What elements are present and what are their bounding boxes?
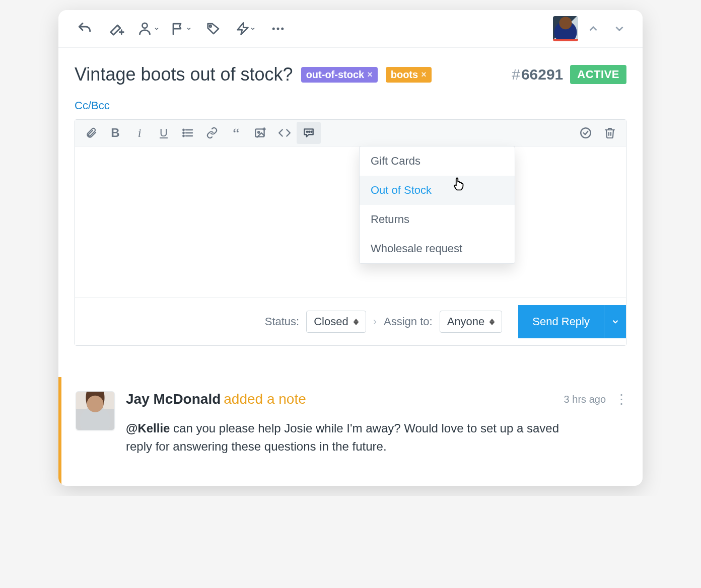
svg-point-15	[309, 131, 310, 132]
lightning-icon	[236, 22, 250, 36]
note-options-button[interactable]: ⋮	[615, 392, 626, 407]
remove-tag-icon[interactable]: ×	[421, 69, 427, 80]
check-circle-icon	[579, 126, 592, 139]
ticket-header: Vintage boots out of stock? out-of-stock…	[58, 48, 643, 89]
saved-reply-option[interactable]: Out of Stock	[360, 176, 515, 205]
image-button[interactable]	[248, 122, 272, 144]
svg-point-16	[311, 131, 312, 132]
svg-marker-2	[238, 23, 248, 34]
note-body: @Kellie can you please help Josie while …	[126, 419, 564, 456]
caret-icon	[489, 319, 495, 325]
back-button[interactable]	[71, 17, 99, 41]
svg-point-4	[277, 28, 279, 30]
paperclip-icon	[85, 127, 97, 139]
compose-textarea[interactable]	[75, 146, 626, 298]
prev-ticket-button[interactable]	[582, 22, 604, 35]
tag-icon	[206, 21, 221, 36]
chevron-down-icon	[154, 26, 160, 32]
note-thread-item: Jay McDonald added a note 3 hrs ago ⋮ @K…	[58, 377, 643, 486]
assign-user-button[interactable]	[135, 17, 163, 41]
svg-point-14	[307, 131, 308, 132]
note-action-label: added a note	[224, 391, 306, 407]
note-header: Jay McDonald added a note 3 hrs ago ⋮	[126, 391, 626, 407]
saved-replies-button[interactable]	[297, 122, 321, 144]
user-icon	[138, 21, 154, 36]
link-button[interactable]	[200, 122, 224, 144]
undo-arrow-icon	[77, 21, 93, 37]
assign-label: Assign to:	[384, 315, 433, 328]
app-window: Vintage boots out of stock? out-of-stock…	[58, 10, 643, 486]
compose-footer: Status: Closed › Assign to: Anyone Send …	[75, 298, 626, 345]
quote-icon: “	[233, 129, 239, 137]
workflow-button[interactable]	[232, 17, 260, 41]
svg-point-5	[281, 28, 284, 30]
chevron-down-icon	[611, 317, 620, 326]
remove-tag-icon[interactable]: ×	[367, 69, 373, 80]
bold-button[interactable]: B	[103, 122, 127, 144]
tag-button[interactable]	[199, 17, 228, 41]
mention[interactable]: @Kellie	[126, 421, 170, 435]
cc-bcc-link[interactable]: Cc/Bcc	[58, 89, 643, 115]
list-button[interactable]	[176, 122, 200, 144]
svg-point-11	[183, 135, 184, 136]
top-toolbar	[58, 10, 643, 48]
chevron-down-icon	[250, 26, 256, 32]
code-icon	[278, 126, 291, 139]
underline-icon: U	[160, 126, 168, 139]
svg-point-0	[143, 23, 148, 28]
svg-point-1	[209, 25, 212, 27]
tag-label: boots	[391, 69, 418, 81]
ticket-number: #66291	[512, 66, 563, 83]
speech-bubble-icon	[302, 126, 315, 139]
separator-icon: ›	[373, 315, 377, 328]
current-user-avatar[interactable]	[553, 16, 578, 41]
chevron-down-icon	[613, 22, 626, 35]
list-icon	[182, 127, 194, 139]
note-author-avatar[interactable]	[76, 391, 115, 430]
attach-button[interactable]	[79, 122, 103, 144]
flag-button[interactable]	[167, 17, 195, 41]
send-reply-button[interactable]: Send Reply	[518, 305, 604, 338]
link-icon	[206, 127, 218, 139]
more-options-button[interactable]	[264, 17, 292, 41]
saved-replies-dropdown: Gift Cards Out of Stock Returns Wholesal…	[359, 146, 515, 264]
tag-boots[interactable]: boots ×	[386, 67, 432, 83]
saved-reply-option[interactable]: Gift Cards	[360, 146, 515, 176]
bold-icon: B	[111, 126, 119, 140]
note-timestamp: 3 hrs ago	[564, 394, 606, 405]
new-conversation-button[interactable]	[103, 17, 131, 41]
status-value: Closed	[314, 315, 348, 328]
status-select[interactable]: Closed	[306, 311, 366, 333]
quote-button[interactable]: “	[224, 122, 248, 144]
status-label: Status:	[265, 315, 299, 328]
note-author-name: Jay McDonald	[126, 391, 221, 407]
saved-reply-option[interactable]: Returns	[360, 205, 515, 234]
assign-select[interactable]: Anyone	[440, 311, 503, 333]
flag-icon	[171, 21, 186, 36]
svg-point-13	[258, 131, 259, 133]
italic-icon: i	[138, 126, 142, 140]
pencil-plus-icon	[109, 21, 125, 37]
dots-icon	[270, 21, 286, 36]
italic-button[interactable]: i	[127, 122, 152, 144]
trash-icon	[604, 127, 616, 139]
tag-label: out-of-stock	[306, 69, 365, 81]
svg-point-3	[272, 28, 275, 30]
svg-point-10	[183, 132, 184, 133]
ticket-title: Vintage boots out of stock?	[75, 64, 293, 85]
discard-button[interactable]	[598, 122, 622, 144]
chevron-up-icon	[587, 22, 600, 35]
saved-reply-option[interactable]: Wholesale request	[360, 234, 515, 263]
assign-value: Anyone	[447, 315, 485, 328]
approve-button[interactable]	[574, 122, 598, 144]
tag-out-of-stock[interactable]: out-of-stock ×	[301, 67, 378, 83]
code-button[interactable]	[272, 122, 297, 144]
compose-box: B i U “	[75, 119, 626, 346]
svg-point-9	[183, 129, 184, 130]
underline-button[interactable]: U	[152, 122, 176, 144]
send-options-button[interactable]	[604, 305, 626, 338]
next-ticket-button[interactable]	[608, 22, 630, 35]
ticket-status-badge: ACTIVE	[570, 65, 626, 84]
compose-toolbar: B i U “	[75, 120, 626, 146]
image-plus-icon	[254, 126, 267, 139]
